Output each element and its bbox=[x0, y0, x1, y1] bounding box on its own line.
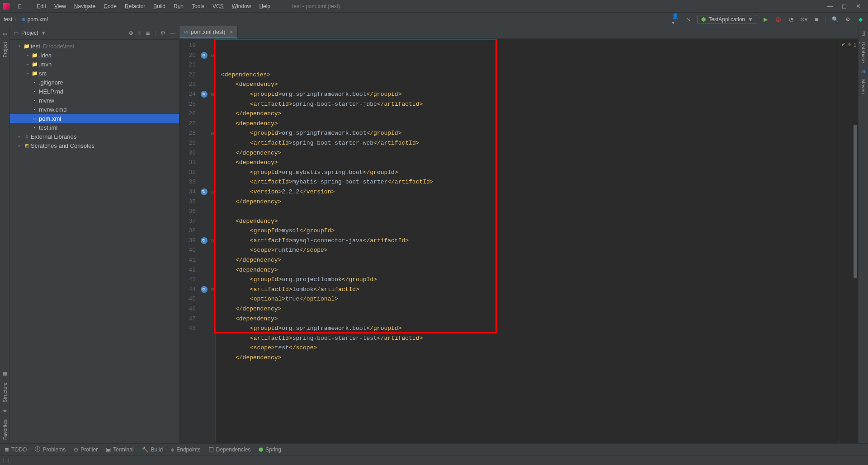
menu-code[interactable]: Code bbox=[100, 2, 120, 11]
code-line[interactable]: <dependency> bbox=[221, 158, 839, 168]
menu-navigate[interactable]: Navigate bbox=[71, 2, 99, 11]
reload-dependency-icon[interactable]: ↻ bbox=[201, 237, 208, 244]
menu-tools[interactable]: Tools bbox=[188, 2, 208, 11]
line-number[interactable]: 28 bbox=[179, 128, 196, 138]
breadcrumb-file[interactable]: pom.xml bbox=[28, 16, 48, 23]
line-number[interactable]: 48 bbox=[179, 324, 196, 333]
tree-item-gitignore[interactable]: ▪.gitignore bbox=[10, 78, 179, 87]
line-number[interactable]: 41 bbox=[179, 255, 196, 265]
code-line[interactable] bbox=[221, 207, 839, 216]
favorites-tool-tab[interactable]: Favorites bbox=[2, 419, 8, 440]
code-line[interactable]: </dependency> bbox=[221, 353, 839, 363]
fold-toggle-icon[interactable]: ⊟ bbox=[209, 236, 215, 246]
line-number[interactable]: 20 bbox=[179, 51, 196, 61]
code-line[interactable]: <dependency> bbox=[221, 314, 839, 324]
fold-toggle-icon[interactable]: ⊟ bbox=[209, 285, 215, 295]
prev-highlight-icon[interactable]: ˄ bbox=[858, 42, 861, 47]
gutter-icons[interactable]: ↻↻↻↻↻ bbox=[198, 39, 209, 443]
editor-tab-pom[interactable]: m pom.xml (test) × bbox=[179, 26, 238, 38]
tree-item-testiml[interactable]: ▪test.iml bbox=[10, 123, 179, 132]
endpoints-tool-tab[interactable]: ⎈Endpoints bbox=[171, 446, 200, 453]
reload-dependency-icon[interactable]: ↻ bbox=[201, 52, 208, 59]
tree-arrow-icon[interactable]: ▾ bbox=[16, 44, 23, 48]
profiler-run-icon[interactable]: ⊙▾ bbox=[800, 15, 808, 23]
code-line[interactable]: <dependencies> bbox=[221, 70, 839, 80]
inspection-ok-icon[interactable]: ✔ bbox=[841, 42, 845, 47]
line-number[interactable]: 30 bbox=[179, 148, 196, 158]
reload-dependency-icon[interactable]: ↻ bbox=[201, 188, 208, 195]
favorites-tool-icon[interactable]: ★ bbox=[3, 408, 7, 414]
project-tool-tab[interactable]: Project bbox=[2, 42, 8, 57]
maven-tool-icon[interactable]: m bbox=[861, 68, 865, 74]
code-line[interactable]: </dependency> bbox=[221, 304, 839, 314]
terminal-tool-tab[interactable]: ▣Terminal bbox=[106, 446, 133, 453]
inspection-warning-icon[interactable]: ⚠ bbox=[847, 42, 852, 47]
run-configuration-selector[interactable]: ⬢ TestApplication ▼ bbox=[697, 15, 757, 24]
code-line[interactable]: <artifactId>spring-boot-starter-web</art… bbox=[221, 138, 839, 148]
line-number[interactable]: 23 bbox=[179, 80, 196, 89]
code-line[interactable]: </dependency> bbox=[221, 148, 839, 158]
menu-file[interactable]: F bbox=[14, 2, 32, 11]
line-number[interactable]: 45 bbox=[179, 294, 196, 304]
search-icon[interactable]: 🔍 bbox=[831, 15, 839, 23]
menu-refactor[interactable]: Refactor bbox=[121, 2, 149, 11]
tree-item-mvn[interactable]: ▸📁.mvn bbox=[10, 60, 179, 69]
tree-item-helpmd[interactable]: ▪HELP.md bbox=[10, 87, 179, 96]
dependencies-tool-tab[interactable]: ❒Dependencies bbox=[209, 446, 251, 453]
code-line[interactable]: <artifactId>mysql-connector-java</artifa… bbox=[221, 236, 839, 246]
code-line[interactable]: </dependency> bbox=[221, 197, 839, 207]
project-tool-icon[interactable]: ▭ bbox=[3, 31, 7, 37]
menu-run[interactable]: Run bbox=[170, 2, 187, 11]
breadcrumb-project[interactable]: test bbox=[4, 16, 12, 23]
line-number[interactable]: 39 bbox=[179, 236, 196, 246]
line-number[interactable]: 37 bbox=[179, 216, 196, 226]
fold-gutter[interactable]: ⊟⊟⊟⊟⊟⊟ bbox=[209, 39, 216, 443]
code-line[interactable]: <artifactId>mybatis-spring-boot-starter<… bbox=[221, 177, 839, 187]
structure-tool-tab[interactable]: Structure bbox=[2, 382, 8, 403]
project-tree[interactable]: ▾📁testD:\code\test▸📁.idea▸📁.mvn▸📁src▪.gi… bbox=[10, 40, 179, 443]
line-number[interactable]: 22 bbox=[179, 70, 196, 80]
add-user-icon[interactable]: 👤▾ bbox=[672, 15, 680, 23]
tree-item-pomxml[interactable]: mpom.xml bbox=[10, 114, 179, 123]
menu-view[interactable]: View bbox=[51, 2, 70, 11]
code-line[interactable]: <dependency> bbox=[221, 216, 839, 226]
tree-item-src[interactable]: ▸📁src bbox=[10, 69, 179, 78]
line-number[interactable]: 19 bbox=[179, 41, 196, 51]
code-line[interactable]: <groupId>mysql</groupId> bbox=[221, 226, 839, 236]
line-number-gutter[interactable]: 1920212223242526272829303132333435363738… bbox=[179, 39, 198, 443]
code-line[interactable]: <groupId>org.projectlombok</groupId> bbox=[221, 275, 839, 285]
editor-scrollbar[interactable] bbox=[854, 125, 857, 278]
line-number[interactable]: 29 bbox=[179, 138, 196, 148]
project-panel-title[interactable]: Project bbox=[21, 30, 38, 36]
line-number[interactable]: 24 bbox=[179, 89, 196, 99]
fold-toggle-icon[interactable]: ⊟ bbox=[209, 89, 215, 99]
line-number[interactable]: 44 bbox=[179, 285, 196, 295]
tree-item-externallibraries[interactable]: ▸⫴External Libraries bbox=[10, 132, 179, 141]
coverage-icon[interactable]: ◔ bbox=[787, 15, 795, 23]
tree-arrow-icon[interactable]: ▸ bbox=[24, 71, 31, 75]
code-line[interactable]: </dependency> bbox=[221, 255, 839, 265]
code-line[interactable]: <groupId>org.springframework.boot</group… bbox=[221, 324, 839, 333]
code-line[interactable]: <artifactId>spring-boot-starter-jdbc</ar… bbox=[221, 99, 839, 109]
code-line[interactable]: <dependency> bbox=[221, 119, 839, 129]
line-number[interactable]: 40 bbox=[179, 245, 196, 255]
code-line[interactable]: <groupId>org.mybatis.spring.boot</groupI… bbox=[221, 168, 839, 178]
profiler-tool-tab[interactable]: ⊙Profiler bbox=[74, 446, 98, 453]
next-highlight-icon[interactable]: ˅ bbox=[863, 42, 865, 47]
tree-item-scratchesandconsoles[interactable]: ▸◩Scratches and Consoles bbox=[10, 141, 179, 150]
tree-item-mvnwcmd[interactable]: ▪mvnw.cmd bbox=[10, 105, 179, 114]
code-line[interactable]: <version>2.2.2</version> bbox=[221, 187, 839, 197]
menu-edit[interactable]: Edit bbox=[33, 2, 50, 11]
menu-build[interactable]: Build bbox=[150, 2, 169, 11]
database-tool-icon[interactable]: 🗄 bbox=[861, 31, 866, 36]
debug-button-icon[interactable]: 🐞 bbox=[774, 15, 783, 23]
run-button-icon[interactable]: ▶ bbox=[762, 15, 770, 23]
code-line[interactable]: <artifactId>spring-boot-starter-test</ar… bbox=[221, 333, 839, 343]
reload-dependency-icon[interactable]: ↻ bbox=[201, 286, 208, 293]
status-toggle-icon[interactable] bbox=[4, 458, 9, 463]
line-number[interactable]: 38 bbox=[179, 226, 196, 236]
menu-help[interactable]: Help bbox=[255, 2, 274, 11]
line-number[interactable]: 33 bbox=[179, 177, 196, 187]
breadcrumb[interactable]: test 〉 m pom.xml bbox=[4, 15, 48, 23]
stop-button-icon[interactable]: ■ bbox=[812, 15, 821, 23]
